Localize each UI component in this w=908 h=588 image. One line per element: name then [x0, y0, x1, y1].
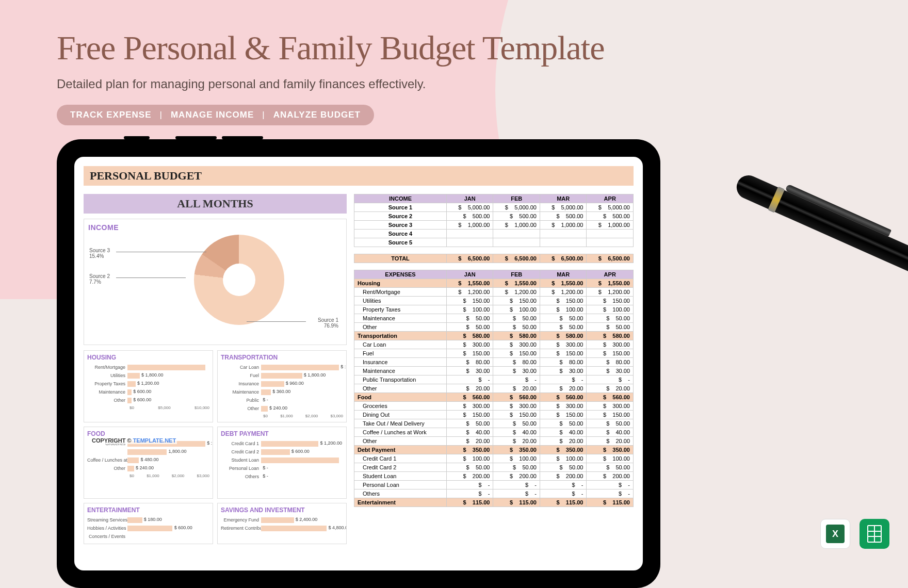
donut-chart: [194, 235, 284, 325]
debt-chart: DEBT PAYMENTCredit Card 1$ 1,200.00Credi…: [217, 427, 347, 499]
savings-chart: SAVINGS AND INVESTMENTEmergency Fund$ 2,…: [217, 503, 347, 544]
transport-chart: TRANSPORTATIONCar Loan$ :Fuel$ 1,800.00I…: [217, 350, 347, 422]
pill-manage: MANAGE INCOME: [171, 110, 254, 120]
copyright-text: COPYRIGHT © TEMPLATE.NET: [91, 437, 177, 444]
donut-label-s1: Source 176.9%: [318, 317, 338, 329]
tablet-screen: PERSONAL BUDGET ALL MONTHS INCOME Source…: [74, 157, 643, 570]
hero-section: Free Personal & Family Budget Template D…: [57, 28, 604, 125]
income-chart-title: INCOME: [88, 223, 342, 232]
excel-icon: X: [820, 519, 850, 549]
page-subtitle: Detailed plan for managing personal and …: [57, 77, 604, 91]
pill-track: TRACK EXPENSE: [70, 110, 152, 120]
pill-sep: |: [160, 110, 163, 120]
feature-pill: TRACK EXPENSE | MANAGE INCOME | ANALYZE …: [57, 105, 374, 125]
right-panel: INCOMEJANFEBMARAPRSource 1$ 5,000.00$ 5,…: [354, 194, 634, 570]
app-icons: X: [820, 519, 889, 549]
housing-chart: HOUSINGRent/MortgageUtilities$ 1,800.00P…: [84, 350, 213, 422]
all-months-header: ALL MONTHS: [84, 194, 347, 214]
pill-analyze: ANALYZE BUDGET: [273, 110, 361, 120]
income-donut-card: INCOME Source 315.4% Source 27.7% Source…: [84, 219, 347, 345]
sheet-title: PERSONAL BUDGET: [84, 166, 634, 186]
left-panel: ALL MONTHS INCOME Source 315.4% Source 2…: [84, 194, 347, 570]
tablet-frame: PERSONAL BUDGET ALL MONTHS INCOME Source…: [57, 139, 660, 588]
copyright-link[interactable]: TEMPLATE.NET: [133, 437, 176, 444]
entertainment-chart: ENTERTAINMENTStreaming Services$ 180.00H…: [84, 503, 213, 544]
budget-table: INCOMEJANFEBMARAPRSource 1$ 5,000.00$ 5,…: [354, 194, 634, 507]
page-title: Free Personal & Family Budget Template: [57, 28, 604, 68]
donut-label-s2: Source 27.7%: [89, 273, 110, 285]
google-sheets-icon: [860, 519, 889, 549]
mini-charts: HOUSINGRent/MortgageUtilities$ 1,800.00P…: [84, 350, 347, 544]
pill-sep: |: [262, 110, 265, 120]
donut-label-s3: Source 315.4%: [89, 248, 110, 259]
